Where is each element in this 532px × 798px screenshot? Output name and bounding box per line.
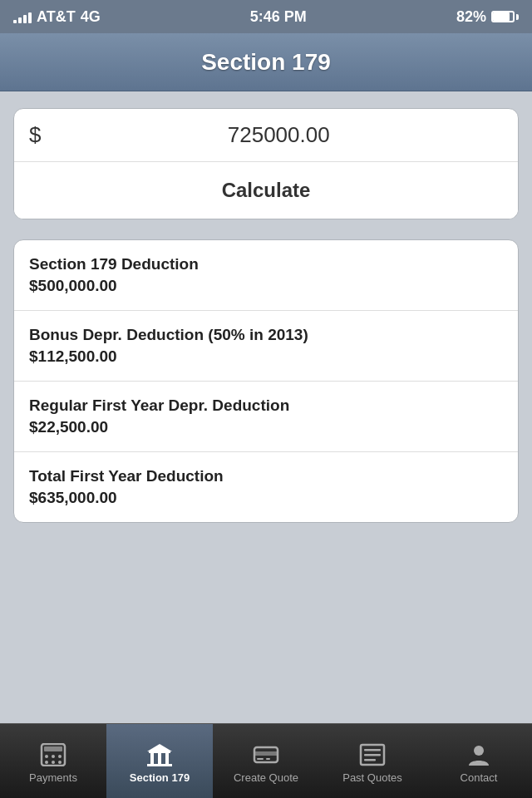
tab-section179[interactable]: Section 179 — [106, 724, 213, 798]
battery-percent: 82% — [456, 8, 486, 26]
calculate-button[interactable]: Calculate — [14, 162, 518, 219]
result-label-1: Bonus Depr. Deduction (50% in 2013) — [29, 326, 503, 344]
calculator-icon — [38, 742, 68, 767]
svg-point-3 — [52, 755, 55, 758]
result-label-2: Regular First Year Depr. Deduction — [29, 397, 503, 415]
svg-marker-13 — [147, 744, 172, 751]
svg-rect-15 — [254, 751, 278, 756]
result-value-0: $500,000.00 — [29, 277, 503, 295]
result-row-regular: Regular First Year Depr. Deduction $22,5… — [14, 382, 518, 452]
creditcard-icon — [251, 742, 281, 767]
svg-rect-19 — [364, 749, 381, 751]
svg-rect-16 — [257, 758, 264, 760]
tab-createquote-label: Create Quote — [234, 771, 298, 784]
tab-createquote[interactable]: Create Quote — [213, 724, 319, 798]
result-label-3: Total First Year Deduction — [29, 467, 503, 485]
svg-point-2 — [45, 755, 48, 758]
tab-section179-label: Section 179 — [130, 771, 190, 784]
svg-rect-21 — [364, 759, 376, 761]
amount-row: $ — [14, 109, 518, 162]
result-value-1: $112,500.00 — [29, 347, 503, 366]
navigation-bar: Section 179 — [0, 33, 532, 91]
building-icon — [145, 742, 175, 767]
tab-contact[interactable]: Contact — [426, 724, 532, 798]
list-icon — [357, 742, 387, 767]
input-card: $ Calculate — [13, 108, 519, 219]
tab-pastquotes-label: Past Quotes — [342, 771, 402, 784]
svg-rect-11 — [158, 753, 161, 764]
tab-bar: Payments Section 179 Crea — [0, 723, 532, 798]
svg-rect-9 — [149, 751, 170, 753]
svg-rect-12 — [165, 753, 169, 764]
svg-rect-17 — [266, 758, 270, 760]
dollar-sign: $ — [29, 122, 41, 148]
svg-rect-10 — [150, 753, 154, 764]
status-bar: AT&T 4G 5:46 PM 82% — [0, 0, 532, 33]
svg-point-7 — [58, 761, 62, 764]
svg-point-5 — [45, 761, 48, 764]
svg-point-4 — [58, 755, 62, 758]
person-icon — [464, 742, 494, 767]
carrier-label: AT&T — [37, 8, 76, 26]
svg-rect-20 — [364, 754, 381, 756]
tab-contact-label: Contact — [461, 771, 498, 784]
svg-rect-1 — [44, 746, 62, 751]
result-row-bonus: Bonus Depr. Deduction (50% in 2013) $112… — [14, 311, 518, 382]
result-value-2: $22,500.00 — [29, 418, 503, 436]
tab-payments[interactable]: Payments — [0, 724, 106, 798]
result-value-3: $635,000.00 — [29, 489, 503, 507]
svg-rect-8 — [147, 764, 172, 766]
svg-point-22 — [474, 746, 484, 756]
tab-pastquotes[interactable]: Past Quotes — [319, 724, 426, 798]
main-content: $ Calculate Section 179 Deduction $500,0… — [0, 91, 532, 723]
page-title: Section 179 — [201, 49, 331, 76]
battery-icon — [491, 11, 519, 22]
result-label-0: Section 179 Deduction — [29, 255, 503, 273]
result-row-total: Total First Year Deduction $635,000.00 — [14, 452, 518, 522]
signal-bars-icon — [13, 10, 32, 23]
result-row-section179: Section 179 Deduction $500,000.00 — [14, 240, 518, 311]
results-card: Section 179 Deduction $500,000.00 Bonus … — [13, 239, 519, 523]
time-label: 5:46 PM — [250, 8, 307, 25]
svg-point-6 — [52, 761, 55, 764]
tab-payments-label: Payments — [29, 771, 77, 784]
amount-input[interactable] — [54, 122, 503, 148]
network-label: 4G — [81, 8, 101, 26]
